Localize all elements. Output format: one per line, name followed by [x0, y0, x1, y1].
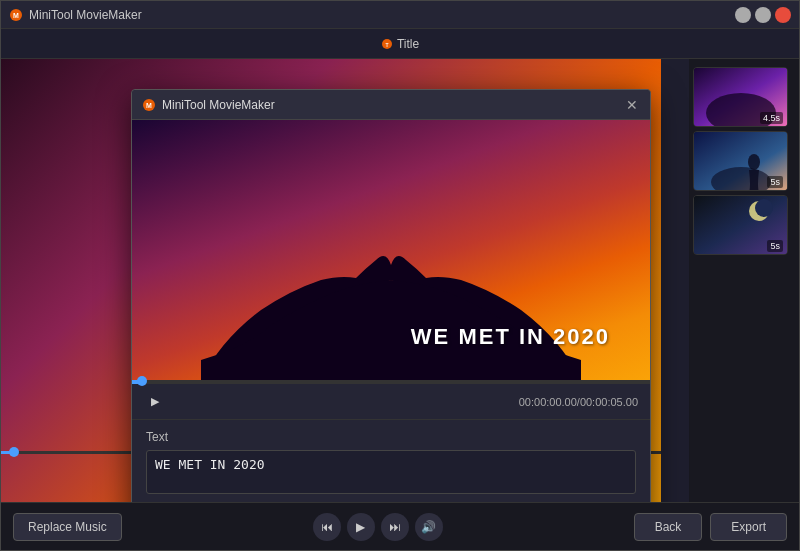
modal-time-display: 00:00:00.00/00:00:05.00: [519, 396, 638, 408]
close-button[interactable]: [775, 7, 791, 23]
svg-text:M: M: [13, 12, 19, 19]
modal-title: MiniTool MovieMaker: [162, 98, 624, 112]
bottom-bar: Replace Music ⏮ ▶ ⏭ 🔊 Back Export: [1, 502, 799, 550]
title-bar: M MiniTool MovieMaker ─ □: [1, 1, 799, 29]
modal-title-bar: M MiniTool MovieMaker ✕: [132, 90, 650, 120]
step-forward-icon: ⏭: [389, 520, 401, 534]
main-content: 4.5s: [1, 59, 799, 502]
replace-music-button[interactable]: Replace Music: [13, 513, 122, 541]
step-back-button[interactable]: ⏮: [313, 513, 341, 541]
video-text-overlay: WE MET IN 2020: [411, 324, 610, 350]
modal-progress-fill: [132, 380, 142, 384]
modal-controls: ▶ 00:00:00.00/00:00:05.00: [132, 384, 650, 420]
thumbnail-1[interactable]: 4.5s: [693, 67, 788, 127]
app-title: MiniTool MovieMaker: [29, 8, 735, 22]
play-icon: ▶: [151, 395, 159, 408]
svg-text:T: T: [385, 41, 388, 47]
modal-text-label: Text: [146, 430, 636, 444]
back-button[interactable]: Back: [634, 513, 703, 541]
window-controls: ─ □: [735, 7, 791, 23]
svg-point-13: [755, 199, 773, 217]
minimize-button[interactable]: ─: [735, 7, 751, 23]
export-button[interactable]: Export: [710, 513, 787, 541]
maximize-button[interactable]: □: [755, 7, 771, 23]
tab-bar: T Title: [1, 29, 799, 59]
thumb3-label: 5s: [767, 240, 783, 252]
modal-text-input[interactable]: [146, 450, 636, 494]
thumb1-label: 4.5s: [760, 112, 783, 124]
thumbnail-2[interactable]: 5s: [693, 131, 788, 191]
thumb2-label: 5s: [767, 176, 783, 188]
main-play-button[interactable]: ▶: [347, 513, 375, 541]
progress-dot[interactable]: [9, 447, 19, 457]
main-play-icon: ▶: [356, 520, 365, 534]
title-tab-icon: T: [381, 38, 393, 50]
modal-text-section: Text: [132, 420, 650, 502]
play-controls: ⏮ ▶ ⏭ 🔊: [313, 513, 443, 541]
modal-logo-icon: M: [142, 98, 156, 112]
volume-button[interactable]: 🔊: [415, 513, 443, 541]
tab-title[interactable]: T Title: [369, 33, 431, 55]
modal-close-button[interactable]: ✕: [624, 97, 640, 113]
modal-video-preview: WE MET IN 2020: [132, 120, 650, 380]
thumbnail-3[interactable]: 5s: [693, 195, 788, 255]
modal-play-button[interactable]: ▶: [144, 391, 166, 413]
thumbnail-panel: 4.5s: [689, 59, 799, 502]
tab-title-label: Title: [397, 37, 419, 51]
svg-text:M: M: [146, 102, 152, 109]
modal-dialog: M MiniTool MovieMaker ✕: [131, 89, 651, 502]
app-logo-icon: M: [9, 8, 23, 22]
app-window: M MiniTool MovieMaker ─ □ T Title: [0, 0, 800, 551]
volume-icon: 🔊: [421, 520, 436, 534]
step-back-icon: ⏮: [321, 520, 333, 534]
close-icon: ✕: [626, 97, 638, 113]
svg-point-10: [748, 154, 760, 170]
modal-progress-bar[interactable]: [132, 380, 650, 384]
step-forward-button[interactable]: ⏭: [381, 513, 409, 541]
